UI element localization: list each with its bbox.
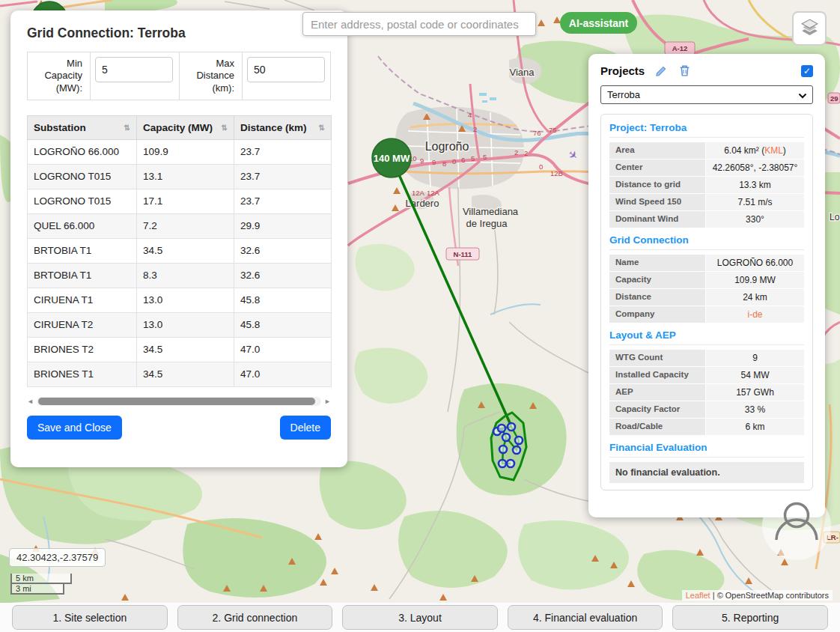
detail-label: AEP	[609, 384, 705, 401]
column-header[interactable]: Distance (km)⇅	[234, 115, 332, 139]
exit-number: 2	[473, 125, 477, 133]
delete-trash-icon[interactable]	[678, 64, 691, 77]
grid-connection-panel: Grid Connection: Terroba Min Capacity (M…	[10, 10, 347, 467]
table-row[interactable]: CIRUENA T213.045.8	[28, 312, 332, 337]
project-select-dropdown[interactable]: Terroba	[600, 85, 813, 104]
scroll-left-icon[interactable]: ◄	[27, 396, 34, 407]
tab-reporting[interactable]: 5. Reporting	[672, 605, 828, 630]
projects-panel: Projects ✓ Terroba Project: TerrobaArea6…	[588, 54, 825, 517]
sort-icon[interactable]: ⇅	[222, 124, 228, 132]
table-cell: LOGRONO T015	[28, 164, 137, 189]
section-divider	[609, 344, 804, 345]
edit-pencil-icon[interactable]	[655, 64, 668, 77]
max-distance-input[interactable]	[247, 57, 325, 82]
delete-button[interactable]: Delete	[280, 416, 331, 440]
panel-title: Grid Connection: Terroba	[27, 25, 331, 41]
min-capacity-label: Min Capacity (MW):	[28, 52, 91, 100]
table-row[interactable]: LOGRONO T01517.123.7	[28, 189, 332, 213]
table-row[interactable]: BRIONES T234.547.0	[28, 337, 332, 362]
table-cell: 29.9	[234, 213, 332, 238]
table-row[interactable]: BRIONES T134.547.0	[28, 362, 332, 386]
substation-table-head-row: Substation⇅Capacity (MW)⇅Distance (km)⇅	[28, 115, 332, 139]
detail-value: 13.3 km	[706, 177, 804, 193]
detail-label: Capacity	[609, 272, 705, 288]
table-cell: 13.1	[137, 164, 234, 189]
table-cell: BRTOBIA T1	[28, 238, 137, 263]
scale-km: 5 km	[10, 574, 72, 584]
exit-number: 0	[452, 157, 456, 165]
capacity-marker[interactable]: 140 MW	[372, 139, 411, 177]
table-row[interactable]: CIRUENA T113.045.8	[28, 288, 332, 312]
detail-value: 6.04 km² (KML)	[706, 142, 804, 159]
section-heading: Layout & AEP	[609, 329, 804, 341]
exit-number: 2	[524, 149, 528, 157]
svg-text:29: 29	[830, 94, 839, 103]
tab-grid-connection[interactable]: 2. Grid connection	[177, 605, 333, 630]
scrollbar-thumb[interactable]	[38, 398, 315, 405]
exit-number: 2	[514, 148, 518, 157]
layers-control-button[interactable]	[792, 11, 827, 46]
detail-label: Area	[609, 142, 705, 159]
sort-icon[interactable]: ⇅	[124, 124, 130, 132]
table-cell: LOGRONO T015	[28, 189, 137, 213]
detail-label: Center	[609, 159, 705, 176]
table-row[interactable]: LOGRONO T01513.123.7	[28, 164, 332, 189]
road-badge-edge: 29	[828, 93, 840, 103]
section-divider	[609, 457, 804, 458]
detail-label: Wind Speed 150	[609, 194, 705, 210]
table-cell: CIRUENA T1	[28, 288, 137, 312]
detail-value: 157 GWh	[706, 384, 804, 401]
svg-text:N-111: N-111	[454, 250, 473, 258]
mouse-coordinates-display: 42.30423,-2.37579	[9, 548, 106, 567]
project-visibility-checkbox[interactable]: ✓	[801, 65, 813, 77]
table-row[interactable]: QUEL 66.0007.229.9	[28, 213, 332, 238]
column-header[interactable]: Capacity (MW)⇅	[137, 115, 234, 139]
selected-project: Terroba	[607, 89, 640, 100]
table-cell: 7.2	[137, 213, 234, 238]
detail-value: 109.9 MW	[706, 272, 804, 288]
substation-table: Substation⇅Capacity (MW)⇅Distance (km)⇅ …	[27, 115, 332, 387]
exit-number: 75	[549, 126, 557, 134]
table-row[interactable]: LOGROÑO 66.000109.923.7	[28, 139, 332, 164]
address-search	[302, 12, 536, 36]
table-cell: BRTOBIA T1	[28, 263, 137, 288]
chevron-down-icon	[798, 93, 807, 99]
table-row[interactable]: BRTOBIA T134.532.6	[28, 238, 332, 263]
detail-link[interactable]: i-de	[747, 309, 762, 320]
exit-number: 5	[483, 153, 487, 161]
substation-table-body: LOGROÑO 66.000109.923.7LOGRONO T01513.12…	[28, 139, 332, 386]
table-cell: 23.7	[234, 164, 332, 189]
table-cell: 23.7	[234, 139, 332, 164]
table-cell: 45.8	[234, 312, 332, 337]
detail-value: i-de	[706, 306, 804, 323]
exit-number: 12B	[550, 169, 563, 177]
table-cell: 109.9	[137, 139, 234, 164]
table-cell: BRIONES T2	[28, 337, 137, 362]
tab-layout[interactable]: 3. Layout	[342, 605, 498, 630]
exit-number: 12A	[412, 189, 425, 197]
exit-number: 76	[533, 129, 541, 137]
scroll-right-icon[interactable]: ►	[324, 396, 331, 407]
search-input[interactable]	[303, 13, 535, 35]
table-cell: 23.7	[234, 189, 332, 213]
table-horizontal-scrollbar[interactable]: ◄ ►	[27, 396, 331, 407]
detail-link[interactable]: KML	[764, 145, 783, 156]
save-and-close-button[interactable]: Save and Close	[27, 416, 122, 440]
column-header[interactable]: Substation⇅	[28, 115, 137, 139]
section-heading: Project: Terroba	[609, 122, 804, 133]
pegman-streetview-icon[interactable]	[761, 490, 832, 561]
sort-icon[interactable]: ⇅	[319, 124, 325, 132]
exit-number: 0	[539, 162, 543, 171]
ai-assistant-button[interactable]: AI-assistant	[560, 12, 637, 34]
leaflet-link[interactable]: Leaflet	[686, 591, 710, 600]
table-row[interactable]: BRTOBIA T18.332.6	[28, 263, 332, 288]
section-heading: Financial Evaluation	[609, 442, 804, 453]
section-note: No financial evaluation.	[609, 462, 804, 483]
tab-financial-evaluation[interactable]: 4. Financial evaluation	[508, 605, 663, 630]
exit-number: 4	[468, 111, 472, 119]
tab-site-selection[interactable]: 1. Site selection	[12, 605, 168, 630]
detail-label: Name	[609, 255, 705, 271]
table-cell: 13.0	[137, 312, 234, 337]
min-capacity-input[interactable]	[95, 57, 173, 82]
map-attribution: Leaflet | © OpenStreetMap contributors	[682, 590, 833, 601]
